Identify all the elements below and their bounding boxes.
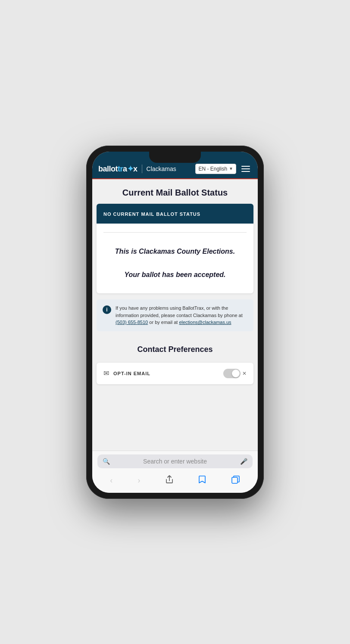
opt-in-email-card: ✉ OPT-IN EMAIL ✕: [97, 363, 253, 384]
safari-navigation: ‹ ›: [97, 472, 253, 489]
info-text-between: or by email at: [148, 320, 179, 325]
bottom-spacer: [92, 384, 258, 391]
toggle-close-icon: ✕: [242, 370, 247, 376]
language-selector[interactable]: EN - English ▼: [195, 164, 236, 174]
bookmarks-button[interactable]: [195, 473, 209, 488]
chevron-down-icon: ▼: [229, 166, 233, 171]
info-text-before-phone: If you have any problems using BallotTra…: [116, 305, 243, 318]
status-message-line1: This is Clackamas County Elections.: [115, 248, 235, 255]
info-icon: i: [103, 305, 111, 314]
opt-in-left: ✉ OPT-IN EMAIL: [103, 369, 150, 377]
safari-bottom-bar: 🔍 Search or enter website 🎤 ‹ ›: [92, 451, 258, 493]
language-label: EN - English: [198, 166, 227, 172]
back-button[interactable]: ‹: [106, 474, 116, 487]
tabs-button[interactable]: [228, 473, 244, 488]
share-button[interactable]: [162, 473, 177, 488]
info-text: If you have any problems using BallotTra…: [116, 305, 247, 326]
mail-icon: ✉: [103, 369, 109, 377]
microphone-icon: 🎤: [240, 458, 247, 465]
header-divider: [142, 165, 142, 173]
brand-logo: ballottra✦x: [98, 164, 138, 174]
page-title-section: Current Mail Ballot Status: [92, 179, 258, 204]
status-banner-text: NO CURRENT MAIL BALLOT STATUS: [103, 212, 200, 217]
contact-preferences-title: Contact Preferences: [99, 345, 251, 354]
status-body: This is Clackamas County Elections. Your…: [97, 224, 253, 294]
search-placeholder: Search or enter website: [113, 458, 237, 465]
phone-device: ballottra✦x Clackamas EN - English ▼: [86, 146, 264, 499]
header-left: ballottra✦x Clackamas: [98, 164, 176, 174]
toggle-track[interactable]: [223, 369, 241, 378]
status-message-line2: Your ballot has been accepted.: [124, 271, 225, 278]
status-card: NO CURRENT MAIL BALLOT STATUS This is Cl…: [97, 204, 253, 294]
search-icon: 🔍: [103, 458, 110, 465]
contact-section: Contact Preferences: [92, 337, 258, 358]
phone-screen: ballottra✦x Clackamas EN - English ▼: [92, 152, 258, 493]
header-right: EN - English ▼: [195, 164, 252, 174]
page-title: Current Mail Ballot Status: [99, 188, 251, 198]
hamburger-line-2: [241, 168, 250, 169]
svg-rect-0: [232, 477, 237, 483]
toggle-thumb: [232, 370, 240, 377]
hamburger-line-3: [241, 171, 250, 172]
status-banner: NO CURRENT MAIL BALLOT STATUS: [97, 204, 253, 224]
info-email-link[interactable]: elections@clackamas.us: [179, 320, 231, 325]
info-box: i If you have any problems using BallotT…: [97, 299, 253, 331]
hamburger-line-1: [241, 166, 250, 167]
safari-search-bar[interactable]: 🔍 Search or enter website 🎤: [97, 454, 253, 468]
county-name: Clackamas: [147, 165, 176, 172]
main-content: Current Mail Ballot Status NO CURRENT MA…: [92, 179, 258, 451]
forward-button[interactable]: ›: [134, 474, 144, 487]
status-message: This is Clackamas County Elections. Your…: [103, 246, 247, 281]
info-phone-link[interactable]: (503) 655-8510: [116, 320, 148, 325]
opt-in-toggle[interactable]: ✕: [223, 369, 247, 378]
opt-in-email-label: OPT-IN EMAIL: [113, 371, 150, 376]
menu-button[interactable]: [240, 164, 252, 174]
phone-notch: [149, 152, 201, 163]
brand-name: ballottra✦x: [98, 165, 138, 173]
status-divider: [103, 232, 247, 233]
